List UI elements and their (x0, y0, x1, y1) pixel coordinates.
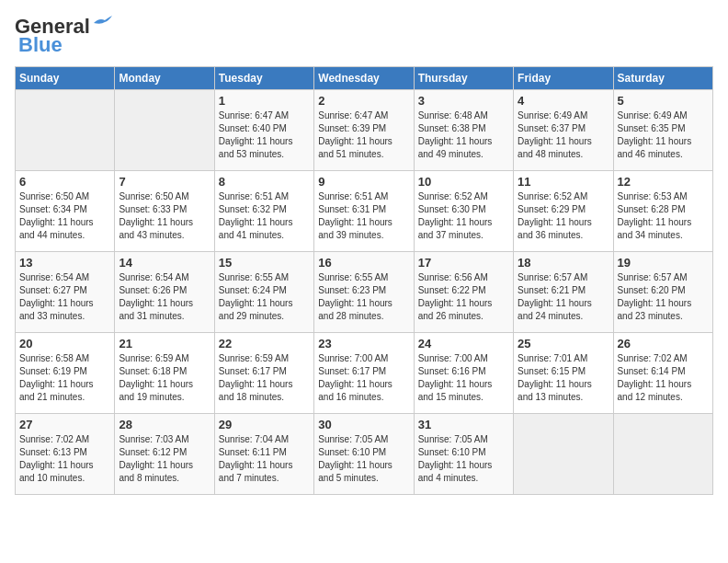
calendar-table: SundayMondayTuesdayWednesdayThursdayFrid… (15, 66, 713, 495)
day-number: 11 (518, 175, 609, 189)
day-info: Sunrise: 6:57 AM Sunset: 6:21 PM Dayligh… (518, 271, 609, 323)
day-info: Sunrise: 6:55 AM Sunset: 6:24 PM Dayligh… (219, 271, 310, 323)
day-info: Sunrise: 6:54 AM Sunset: 6:26 PM Dayligh… (119, 271, 210, 323)
calendar-header-row: SundayMondayTuesdayWednesdayThursdayFrid… (16, 67, 713, 90)
day-info: Sunrise: 7:05 AM Sunset: 6:10 PM Dayligh… (318, 433, 409, 485)
day-number: 14 (119, 256, 210, 270)
day-number: 19 (618, 256, 709, 270)
day-number: 12 (618, 175, 709, 189)
calendar-cell: 22Sunrise: 6:59 AM Sunset: 6:17 PM Dayli… (214, 333, 313, 414)
day-number: 27 (19, 418, 110, 431)
calendar-cell: 17Sunrise: 6:56 AM Sunset: 6:22 PM Dayli… (414, 252, 513, 333)
calendar-cell: 5Sunrise: 6:49 AM Sunset: 6:35 PM Daylig… (613, 90, 712, 171)
calendar-cell (115, 90, 214, 171)
day-info: Sunrise: 7:04 AM Sunset: 6:11 PM Dayligh… (219, 433, 310, 485)
calendar-cell: 13Sunrise: 6:54 AM Sunset: 6:27 PM Dayli… (16, 252, 115, 333)
day-info: Sunrise: 6:51 AM Sunset: 6:32 PM Dayligh… (219, 190, 310, 242)
day-info: Sunrise: 7:01 AM Sunset: 6:15 PM Dayligh… (518, 352, 609, 404)
calendar-cell: 3Sunrise: 6:48 AM Sunset: 6:38 PM Daylig… (414, 90, 513, 171)
day-info: Sunrise: 7:03 AM Sunset: 6:12 PM Dayligh… (119, 433, 210, 485)
calendar-cell: 1Sunrise: 6:47 AM Sunset: 6:40 PM Daylig… (214, 90, 313, 171)
day-info: Sunrise: 7:05 AM Sunset: 6:10 PM Dayligh… (418, 433, 509, 485)
day-number: 5 (618, 94, 709, 108)
day-number: 30 (318, 418, 409, 431)
day-info: Sunrise: 6:59 AM Sunset: 6:17 PM Dayligh… (219, 352, 310, 404)
day-info: Sunrise: 7:02 AM Sunset: 6:14 PM Dayligh… (618, 352, 709, 404)
day-number: 7 (119, 175, 210, 189)
calendar-cell: 11Sunrise: 6:52 AM Sunset: 6:29 PM Dayli… (514, 171, 613, 252)
day-number: 17 (418, 256, 509, 270)
day-info: Sunrise: 6:47 AM Sunset: 6:39 PM Dayligh… (318, 109, 409, 161)
calendar-cell: 29Sunrise: 7:04 AM Sunset: 6:11 PM Dayli… (214, 414, 313, 495)
logo-blue: Blue (18, 33, 63, 57)
logo-bird-icon (92, 16, 112, 30)
calendar-cell: 2Sunrise: 6:47 AM Sunset: 6:39 PM Daylig… (314, 90, 414, 171)
day-info: Sunrise: 7:00 AM Sunset: 6:17 PM Dayligh… (318, 352, 409, 404)
day-number: 22 (219, 337, 310, 350)
weekday-header: Thursday (414, 67, 513, 90)
weekday-header: Saturday (613, 67, 712, 90)
day-number: 26 (618, 337, 709, 350)
day-number: 31 (418, 418, 509, 431)
day-number: 20 (19, 337, 110, 350)
day-info: Sunrise: 6:51 AM Sunset: 6:31 PM Dayligh… (318, 190, 409, 242)
calendar-cell: 30Sunrise: 7:05 AM Sunset: 6:10 PM Dayli… (314, 414, 414, 495)
calendar-cell: 16Sunrise: 6:55 AM Sunset: 6:23 PM Dayli… (314, 252, 414, 333)
weekday-header: Friday (514, 67, 613, 90)
calendar-cell: 19Sunrise: 6:57 AM Sunset: 6:20 PM Dayli… (613, 252, 712, 333)
day-info: Sunrise: 6:47 AM Sunset: 6:40 PM Dayligh… (219, 109, 310, 161)
calendar-cell (16, 90, 115, 171)
calendar-week-row: 6Sunrise: 6:50 AM Sunset: 6:34 PM Daylig… (16, 171, 713, 252)
day-number: 13 (19, 256, 110, 270)
day-info: Sunrise: 6:52 AM Sunset: 6:29 PM Dayligh… (518, 190, 609, 242)
calendar-cell: 26Sunrise: 7:02 AM Sunset: 6:14 PM Dayli… (613, 333, 712, 414)
day-number: 21 (119, 337, 210, 350)
calendar-cell: 4Sunrise: 6:49 AM Sunset: 6:37 PM Daylig… (514, 90, 613, 171)
calendar-cell: 28Sunrise: 7:03 AM Sunset: 6:12 PM Dayli… (115, 414, 214, 495)
day-info: Sunrise: 6:49 AM Sunset: 6:37 PM Dayligh… (518, 109, 609, 161)
day-number: 28 (119, 418, 210, 431)
day-number: 24 (418, 337, 509, 350)
day-info: Sunrise: 7:02 AM Sunset: 6:13 PM Dayligh… (19, 433, 110, 485)
day-info: Sunrise: 6:57 AM Sunset: 6:20 PM Dayligh… (618, 271, 709, 323)
calendar-week-row: 13Sunrise: 6:54 AM Sunset: 6:27 PM Dayli… (16, 252, 713, 333)
calendar-cell: 31Sunrise: 7:05 AM Sunset: 6:10 PM Dayli… (414, 414, 513, 495)
calendar-cell: 6Sunrise: 6:50 AM Sunset: 6:34 PM Daylig… (16, 171, 115, 252)
calendar-cell: 9Sunrise: 6:51 AM Sunset: 6:31 PM Daylig… (314, 171, 414, 252)
day-info: Sunrise: 6:49 AM Sunset: 6:35 PM Dayligh… (618, 109, 709, 161)
calendar-cell: 7Sunrise: 6:50 AM Sunset: 6:33 PM Daylig… (115, 171, 214, 252)
day-info: Sunrise: 6:55 AM Sunset: 6:23 PM Dayligh… (318, 271, 409, 323)
day-info: Sunrise: 6:56 AM Sunset: 6:22 PM Dayligh… (418, 271, 509, 323)
calendar-cell (514, 414, 613, 495)
weekday-header: Wednesday (314, 67, 414, 90)
calendar-cell: 10Sunrise: 6:52 AM Sunset: 6:30 PM Dayli… (414, 171, 513, 252)
weekday-header: Monday (115, 67, 214, 90)
day-number: 18 (518, 256, 609, 270)
calendar-week-row: 20Sunrise: 6:58 AM Sunset: 6:19 PM Dayli… (16, 333, 713, 414)
calendar-cell: 12Sunrise: 6:53 AM Sunset: 6:28 PM Dayli… (613, 171, 712, 252)
day-info: Sunrise: 6:48 AM Sunset: 6:38 PM Dayligh… (418, 109, 509, 161)
day-info: Sunrise: 6:53 AM Sunset: 6:28 PM Dayligh… (618, 190, 709, 242)
calendar-week-row: 1Sunrise: 6:47 AM Sunset: 6:40 PM Daylig… (16, 90, 713, 171)
day-info: Sunrise: 6:50 AM Sunset: 6:34 PM Dayligh… (19, 190, 110, 242)
calendar-cell: 23Sunrise: 7:00 AM Sunset: 6:17 PM Dayli… (314, 333, 414, 414)
day-number: 9 (318, 175, 409, 189)
day-number: 3 (418, 94, 509, 108)
day-number: 8 (219, 175, 310, 189)
calendar-cell: 21Sunrise: 6:59 AM Sunset: 6:18 PM Dayli… (115, 333, 214, 414)
calendar-week-row: 27Sunrise: 7:02 AM Sunset: 6:13 PM Dayli… (16, 414, 713, 495)
calendar-cell: 24Sunrise: 7:00 AM Sunset: 6:16 PM Dayli… (414, 333, 513, 414)
weekday-header: Sunday (16, 67, 115, 90)
logo: General Blue (15, 15, 112, 57)
day-number: 10 (418, 175, 509, 189)
day-number: 15 (219, 256, 310, 270)
day-info: Sunrise: 6:58 AM Sunset: 6:19 PM Dayligh… (19, 352, 110, 404)
day-info: Sunrise: 6:50 AM Sunset: 6:33 PM Dayligh… (119, 190, 210, 242)
calendar-cell: 15Sunrise: 6:55 AM Sunset: 6:24 PM Dayli… (214, 252, 313, 333)
calendar-cell: 14Sunrise: 6:54 AM Sunset: 6:26 PM Dayli… (115, 252, 214, 333)
day-number: 4 (518, 94, 609, 108)
day-number: 16 (318, 256, 409, 270)
day-number: 6 (19, 175, 110, 189)
day-number: 23 (318, 337, 409, 350)
weekday-header: Tuesday (214, 67, 313, 90)
